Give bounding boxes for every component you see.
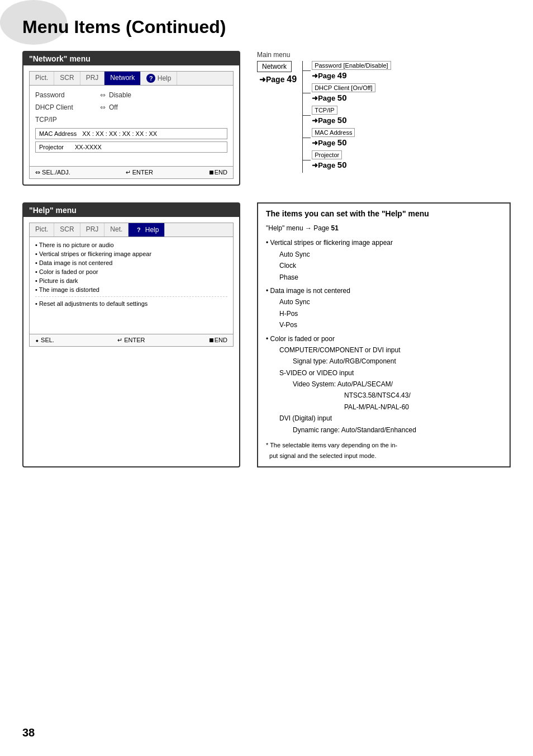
help-sub-dvi: DVI (Digital) input <box>279 413 502 424</box>
help-tab-pict[interactable]: Pict. <box>30 223 54 237</box>
help-footer-enter: ↵ ENTER <box>117 337 145 344</box>
page-title: Menu Items (Continued) <box>22 17 511 37</box>
help-bullet-7: • Reset all adjustments to default setti… <box>35 299 227 308</box>
network-page-link: ➜Page 49 <box>259 74 297 84</box>
tree-item-mac: MAC Address <box>312 128 355 137</box>
help-bullet-2: • Vertical stripes or flickering image a… <box>35 249 227 258</box>
network-menu-content: Password ⇔ Disable DHCP Client ⇔ Off TCP… <box>30 86 233 166</box>
question-icon-help: ? <box>134 225 143 234</box>
projector-value: XX-XXXX <box>75 144 102 150</box>
help-item-color: • Color is faded or poor <box>272 333 502 344</box>
help-sub-clock: Clock <box>279 260 502 271</box>
help-page-ref: "Help" menu → Page 51 <box>266 223 502 234</box>
help-sub-palm: PAL-M/PAL-N/PAL-60 <box>344 401 502 413</box>
help-menu-box: "Help" menu Pict. SCR PRJ Net. ? Help • … <box>22 202 240 467</box>
help-bullet-3: • Data image is not centered <box>35 258 227 267</box>
tab-prj[interactable]: PRJ <box>80 72 105 85</box>
help-footnote: * The selectable items vary depending on… <box>266 440 502 461</box>
help-item-notcentered: • Data image is not centered <box>272 285 502 296</box>
help-right-panel: The items you can set with the "Help" me… <box>257 202 511 467</box>
tab-pict[interactable]: Pict. <box>30 72 54 85</box>
mac-address-row: MAC Address XX : XX : XX : XX : XX : XX <box>35 128 227 139</box>
mac-address-label: MAC Address <box>39 130 77 137</box>
help-menu-footer: ⬥ SEL. ↵ ENTER ⏹END <box>30 334 233 346</box>
tab-scr[interactable]: SCR <box>54 72 80 85</box>
tree-page-50-1: ➜Page 50 <box>312 93 375 102</box>
help-tab-net[interactable]: Net. <box>104 223 129 237</box>
help-right-title: The items you can set with the "Help" me… <box>266 209 502 218</box>
page-number: 38 <box>22 726 35 739</box>
tree-page-50-2: ➜Page 50 <box>312 115 346 125</box>
tree-item-password: Password [Enable/Disable] <box>312 61 391 70</box>
help-tab-prj[interactable]: PRJ <box>80 223 105 237</box>
help-sub-signaltype: Signal type: Auto/RGB/Component <box>293 356 502 367</box>
tcpip-label: TCP/IP <box>35 116 97 124</box>
help-sub-autosync-2: Auto Sync <box>279 296 502 308</box>
tree-page-50-3: ➜Page 50 <box>312 138 355 147</box>
help-menu-content: • There is no picture or audio • Vertica… <box>30 237 233 334</box>
password-value: Disable <box>109 91 131 99</box>
dhcp-value: Off <box>109 103 118 111</box>
help-tab-help[interactable]: ? Help <box>129 223 165 237</box>
dhcp-label: DHCP Client <box>35 103 97 111</box>
projector-row: Projector XX-XXXX <box>35 141 227 153</box>
help-tab-scr[interactable]: SCR <box>54 223 80 237</box>
help-menu-screen: Pict. SCR PRJ Net. ? Help • There is no … <box>29 223 234 347</box>
tab-help-icon[interactable]: ? Help <box>141 72 177 85</box>
help-sub-vpos: V-Pos <box>279 319 502 330</box>
help-footer-sel: ⬥ SEL. <box>35 337 54 344</box>
network-menu-screen: Pict. SCR PRJ Network ? Help Password ⇔ … <box>29 71 234 179</box>
mac-address-value: XX : XX : XX : XX : XX : XX <box>82 130 157 137</box>
footer-enter: ↵ ENTER <box>126 169 153 176</box>
footer-end: ⏹END <box>208 169 227 176</box>
footer-sel-adj: ⇔ SEL./ADJ. <box>35 169 70 176</box>
help-sub-dynamic: Dynamic range: Auto/Standard/Enhanced <box>293 424 502 436</box>
tree-page-49-1: ➜Page 49 <box>312 70 391 80</box>
help-sub-svideo: S-VIDEO or VIDEO input <box>279 367 502 379</box>
password-row: Password ⇔ Disable <box>35 89 227 101</box>
help-bullet-6: • The image is distorted <box>35 285 227 294</box>
network-menu-bar: Pict. SCR PRJ Network ? Help <box>30 72 233 86</box>
help-sub-videosystem: Video System: Auto/PAL/SECAM/ <box>293 379 502 390</box>
tree-item-dhcp: DHCP Client [On/Off] <box>312 83 375 92</box>
help-sub-ntsc: NTSC3.58/NTSC4.43/ <box>344 390 502 401</box>
help-right-content: "Help" menu → Page 51 • Vertical stripes… <box>266 223 502 461</box>
help-sub-hpos: H-Pos <box>279 308 502 319</box>
tree-item-projector: Projector <box>312 150 342 159</box>
tcpip-row: TCP/IP <box>35 114 227 126</box>
help-menu-bar: Pict. SCR PRJ Net. ? Help <box>30 223 233 237</box>
network-menu-box: "Network" menu Pict. SCR PRJ Network ? H… <box>22 51 240 186</box>
tree-item-tcpip: TCP/IP <box>312 106 337 115</box>
dhcp-arrow: ⇔ <box>100 103 106 111</box>
help-sub-phase: Phase <box>279 272 502 283</box>
dhcp-row: DHCP Client ⇔ Off <box>35 101 227 114</box>
help-sub-computer: COMPUTER/COMPONENT or DVI input <box>279 344 502 356</box>
help-bullet-1: • There is no picture or audio <box>35 240 227 249</box>
tab-network[interactable]: Network <box>104 72 141 85</box>
main-menu-label: Main menu <box>257 51 511 59</box>
network-menu-footer: ⇔ SEL./ADJ. ↵ ENTER ⏹END <box>30 166 233 178</box>
network-node: Network <box>257 61 292 72</box>
network-menu-title: "Network" menu <box>23 52 239 65</box>
help-bullet-4: • Color is faded or poor <box>35 267 227 276</box>
password-label: Password <box>35 91 97 99</box>
network-tree-panel: Main menu Network ➜Page 49 Password [Ena… <box>257 51 511 186</box>
help-menu-title: "Help" menu <box>23 204 239 217</box>
help-footer-end: ⏹END <box>208 337 227 344</box>
help-bullet-5: • Picture is dark <box>35 276 227 285</box>
password-arrow: ⇔ <box>100 91 106 99</box>
help-item-stripes: • Vertical stripes or flickering image a… <box>272 237 502 248</box>
question-icon: ? <box>146 74 155 83</box>
projector-label: Projector <box>39 144 64 150</box>
tree-page-50-4: ➜Page 50 <box>312 160 346 169</box>
help-sub-autosync-1: Auto Sync <box>279 249 502 260</box>
